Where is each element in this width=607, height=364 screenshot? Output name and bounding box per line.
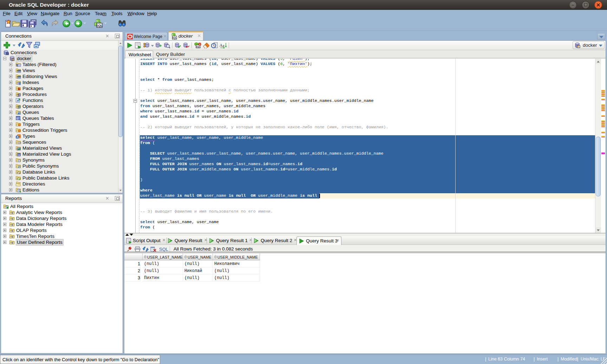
svg-text:123: 123: [18, 142, 21, 144]
svg-text:SQL: SQL: [96, 24, 102, 27]
svg-text:SQL: SQL: [172, 37, 177, 39]
svg-text:SQL: SQL: [196, 46, 201, 48]
svg-text:x: x: [17, 99, 19, 102]
svg-text:A: A: [17, 136, 18, 138]
svg-text:A: A: [220, 43, 223, 48]
svg-text:9: 9: [19, 135, 20, 138]
svg-text:a: a: [223, 44, 224, 47]
